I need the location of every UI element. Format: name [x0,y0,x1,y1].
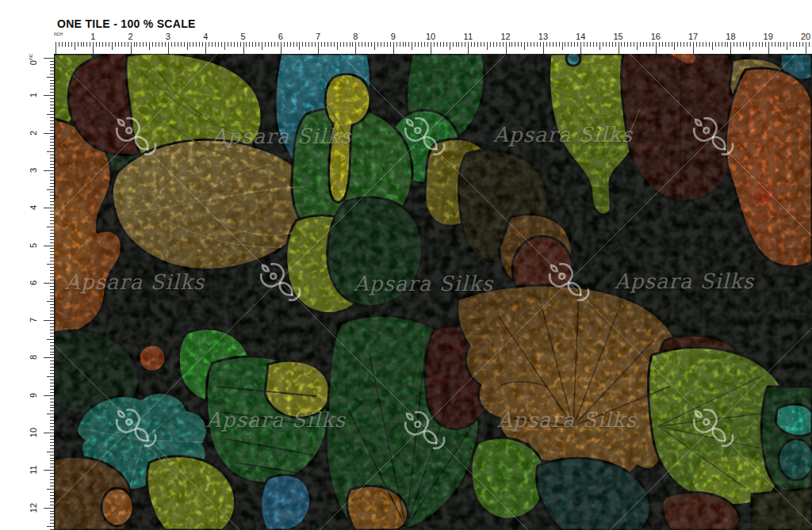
ruler-tick [224,42,225,50]
ruler-tick [86,42,87,47]
ruler-tick [668,42,669,47]
ruler-tick [637,42,638,50]
ruler-number: 4 [29,205,38,210]
ruler-tick [171,42,172,47]
ruler-tick [105,42,106,47]
ruler-tick [427,42,428,47]
ruler-tick [440,42,441,47]
ruler-tick [209,42,209,47]
ruler-tick [290,42,291,47]
ruler-tick [243,42,244,54]
ruler-tick [265,42,266,47]
ruler-number: 13 [538,32,548,41]
ruler-tick [802,42,803,47]
ruler-tick [384,42,385,47]
ruler-tick [274,42,275,47]
ruler-tick [75,42,75,50]
ruler-number: 10 [426,32,435,41]
ruler-tick [596,42,597,47]
ruler-tick [393,42,394,54]
ruler-tick [128,42,128,47]
ruler-tick [677,42,678,47]
ruler-tick [506,42,507,54]
ruler-tick [490,42,491,47]
ruler-tick [44,58,54,59]
ruler-number: 14 [576,32,585,41]
ruler-tick [56,42,56,54]
ruler-tick [630,42,631,47]
ruler-tick [696,42,697,47]
ruler-tick [93,42,94,54]
ruler-tick [772,42,772,47]
ruler-tick [255,42,256,47]
ruler-tick [347,42,347,47]
ruler-tick [809,42,810,47]
ruler-tick [190,42,190,47]
ruler-tick [318,42,319,54]
ruler-tick [565,42,565,47]
ruler-tick [656,42,657,54]
ruler-tick [471,42,472,47]
ruler-tick [47,526,54,527]
ruler-tick [205,42,206,54]
ruler-tick [509,42,510,47]
ruler-tick [362,42,362,47]
ruler-tick [562,42,563,50]
ruler-number: 12 [29,502,38,512]
tile-preview: Apsara Silks Apsara Silks Apsara Silks A… [54,54,812,530]
ruler-tick [83,42,84,47]
ruler-tick [603,42,603,47]
ruler-tick [305,42,306,47]
ruler-tick [709,42,710,47]
ruler-number: 1 [29,93,38,97]
ruler-number: 16 [651,32,661,41]
ruler-tick [44,508,54,509]
ruler-tick [240,42,241,47]
ruler-tick [634,42,634,47]
ruler-tick [165,42,166,47]
ruler-tick [640,42,641,47]
ruler-tick [780,42,781,47]
ruler-tick [743,42,744,47]
ruler-tick [312,42,312,47]
ruler-tick [443,42,444,47]
ruler-number: 10 [29,428,38,437]
ruler-tick [324,42,325,47]
ruler-tick [199,42,200,47]
ruler-tick [44,357,54,358]
ruler-tick [787,42,787,50]
ruler-tick [47,414,54,414]
ruler-tick [143,42,144,47]
ruler-number: 8 [353,32,358,41]
ruler-tick [587,42,588,47]
ruler-number: 17 [688,32,698,41]
ruler-tick [434,42,435,47]
ruler-tick [299,42,300,50]
ruler-tick [159,42,159,47]
ruler-tick [62,42,63,47]
ruler-tick [609,42,610,47]
ruler-tick [484,42,485,47]
ruler-tick [321,42,322,47]
ruler-tick [468,42,469,54]
ruler-tick [390,42,391,47]
ruler-tick [405,42,406,47]
ruler-number: 9 [29,393,38,398]
ruler-tick [793,42,794,47]
ruler-tick [778,42,779,47]
ruler-tick [44,320,54,321]
ruler-tick [612,42,613,47]
ruler-number: 3 [166,32,170,41]
ruler-tick [530,42,531,47]
ruler-tick [374,42,375,50]
ruler-tick [293,42,294,47]
ruler-tick [571,42,572,47]
ruler-tick [481,42,481,47]
ruler-tick [44,283,54,284]
ruler-tick [550,42,550,47]
ruler-tick [733,42,734,47]
ruler-tick [799,42,800,47]
ruler-tick [327,42,328,47]
ruler-tick [500,42,500,47]
ruler-tick [458,42,459,47]
